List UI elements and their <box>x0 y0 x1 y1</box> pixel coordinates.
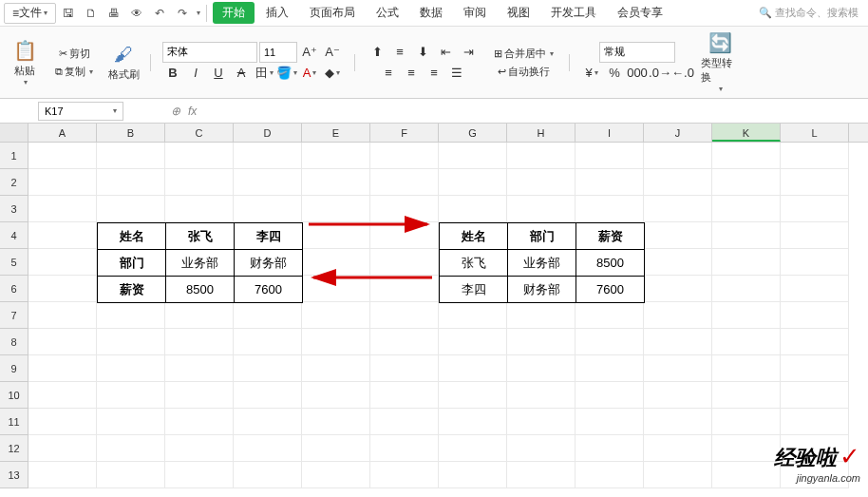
row-header[interactable]: 1 <box>0 143 28 169</box>
cell[interactable] <box>644 382 712 409</box>
cell[interactable] <box>28 222 97 249</box>
cell[interactable] <box>576 143 644 169</box>
cell[interactable] <box>439 382 507 409</box>
col-header[interactable]: F <box>370 124 439 142</box>
cell[interactable] <box>712 355 781 382</box>
cell[interactable] <box>97 355 165 382</box>
row-header[interactable]: 8 <box>0 329 28 355</box>
border-button[interactable]: 田▾ <box>254 63 274 84</box>
cell[interactable] <box>234 329 302 355</box>
cell[interactable] <box>644 196 712 222</box>
indent-left-icon[interactable]: ⇤ <box>435 42 456 63</box>
cell[interactable] <box>781 382 849 409</box>
tab-dev[interactable]: 开发工具 <box>541 2 606 24</box>
currency-icon[interactable]: ¥▾ <box>581 63 602 84</box>
cell[interactable] <box>97 329 165 355</box>
cell[interactable] <box>234 462 302 488</box>
cell[interactable] <box>234 382 302 409</box>
cell[interactable] <box>28 276 97 302</box>
save-icon[interactable]: 🖫 <box>58 3 79 24</box>
cell[interactable] <box>302 409 370 435</box>
align-right-icon[interactable]: ≡ <box>424 63 444 84</box>
tab-data[interactable]: 数据 <box>410 2 452 24</box>
cell[interactable] <box>97 196 165 222</box>
cell[interactable]: 部门 <box>98 250 166 277</box>
col-header[interactable]: K <box>712 124 781 142</box>
cell[interactable] <box>370 329 439 355</box>
cell[interactable] <box>576 462 644 488</box>
copy-button[interactable]: ⧉ 复制▾ <box>51 63 97 81</box>
cell[interactable] <box>97 143 165 169</box>
cell[interactable] <box>165 196 234 222</box>
col-header[interactable]: B <box>97 124 165 142</box>
align-bottom-icon[interactable]: ⬇ <box>412 42 433 63</box>
preview-icon[interactable]: 👁 <box>126 3 147 24</box>
cell[interactable] <box>576 435 644 462</box>
cell[interactable] <box>507 409 576 435</box>
cell[interactable]: 7600 <box>235 277 303 303</box>
expand-icon[interactable]: ⊕ <box>171 105 180 118</box>
cell[interactable]: 8500 <box>166 277 235 303</box>
cell[interactable] <box>439 169 507 196</box>
cell[interactable] <box>644 143 712 169</box>
font-color-button[interactable]: A▾ <box>299 63 320 84</box>
paste-button[interactable]: 📋 粘贴▾ <box>6 34 44 91</box>
cell[interactable] <box>507 435 576 462</box>
cell[interactable] <box>234 169 302 196</box>
cell[interactable]: 8500 <box>576 250 645 277</box>
cell[interactable] <box>712 169 781 196</box>
cell[interactable]: 薪资 <box>98 277 166 303</box>
cell[interactable] <box>302 143 370 169</box>
col-header[interactable]: G <box>439 124 507 142</box>
cell[interactable] <box>781 169 849 196</box>
cell[interactable] <box>712 222 781 249</box>
cell[interactable]: 李四 <box>440 277 508 303</box>
cell[interactable] <box>28 355 97 382</box>
fill-color-button[interactable]: 🪣▾ <box>276 63 297 84</box>
cell[interactable] <box>28 169 97 196</box>
cell[interactable] <box>644 302 712 329</box>
tab-formula[interactable]: 公式 <box>367 2 408 24</box>
cell[interactable] <box>781 302 849 329</box>
increase-font-icon[interactable]: A⁺ <box>299 42 320 63</box>
cell[interactable] <box>781 143 849 169</box>
col-header[interactable]: H <box>507 124 576 142</box>
cell[interactable] <box>28 409 97 435</box>
cell[interactable] <box>97 302 165 329</box>
row-header[interactable]: 9 <box>0 355 28 382</box>
print-icon[interactable]: 🖶 <box>104 3 124 24</box>
cell[interactable] <box>234 196 302 222</box>
cell[interactable] <box>370 143 439 169</box>
col-header[interactable]: E <box>302 124 370 142</box>
cell[interactable] <box>507 329 576 355</box>
merge-button[interactable]: ⊞ 合并居中▾ <box>490 45 557 63</box>
justify-icon[interactable]: ☰ <box>446 63 467 84</box>
thousands-icon[interactable]: 000 <box>627 63 648 84</box>
format-painter-button[interactable]: 🖌 格式刷 <box>104 34 142 91</box>
cell[interactable] <box>165 329 234 355</box>
cell[interactable] <box>507 462 576 488</box>
cell[interactable] <box>165 302 234 329</box>
cell[interactable] <box>28 435 97 462</box>
cell[interactable] <box>165 382 234 409</box>
cut-button[interactable]: ✂ 剪切 <box>55 45 94 63</box>
col-header[interactable]: C <box>165 124 234 142</box>
col-header[interactable]: L <box>781 124 849 142</box>
cell[interactable]: 7600 <box>576 277 645 303</box>
cell[interactable] <box>576 355 644 382</box>
cell[interactable] <box>644 329 712 355</box>
row-header[interactable]: 12 <box>0 435 28 462</box>
cell[interactable] <box>781 222 849 249</box>
cell[interactable] <box>28 143 97 169</box>
cell[interactable] <box>712 435 781 462</box>
align-left-icon[interactable]: ≡ <box>378 63 399 84</box>
cell[interactable] <box>370 355 439 382</box>
cell[interactable] <box>97 382 165 409</box>
cell[interactable] <box>234 409 302 435</box>
cell[interactable] <box>302 302 370 329</box>
cell[interactable] <box>712 329 781 355</box>
cell[interactable] <box>644 355 712 382</box>
cell[interactable] <box>439 302 507 329</box>
col-header[interactable]: D <box>234 124 302 142</box>
cell[interactable] <box>439 143 507 169</box>
